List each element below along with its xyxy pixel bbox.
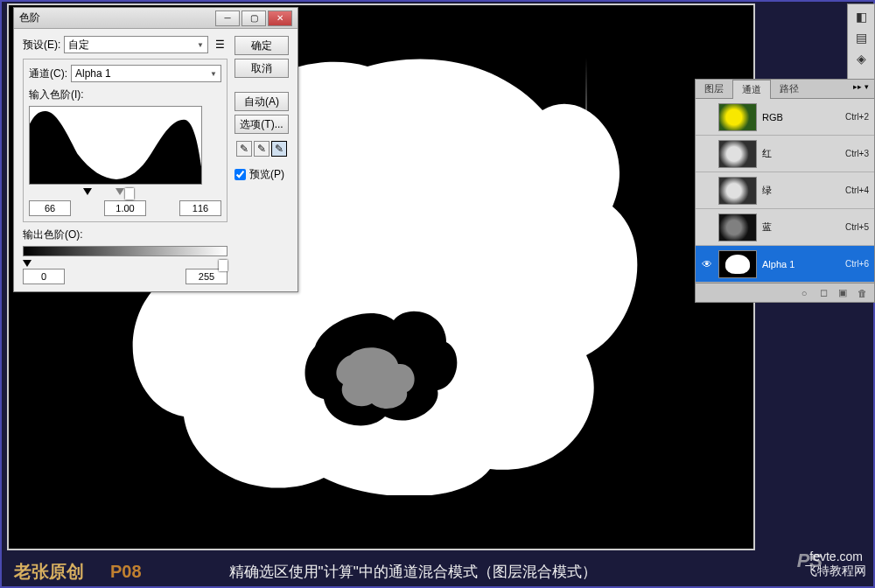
dialog-left-column: 预设(E): 自定 ☰ 通道(C): Alpha 1 输入色阶(I): [23,36,228,284]
channel-thumbnail [718,214,757,242]
channel-name: Alpha 1 [762,259,840,270]
close-button[interactable]: ✕ [268,10,292,26]
properties-icon[interactable]: ◈ [852,50,870,67]
white-point-handle[interactable] [125,188,134,200]
watermark-site: 飞特教程网 [805,564,866,579]
input-slider[interactable] [29,188,221,199]
channels-panel: 图层 通道 路径 ▸▸ ▾ RGB Ctrl+2 红 Ctrl+3 绿 Ctrl… [695,79,875,303]
dialog-titlebar[interactable]: 色阶 ─ ▢ ✕ [14,8,298,29]
right-dock-rail: ◧ ▤ ◈ [847,4,875,82]
visibility-toggle[interactable]: 👁 [701,258,713,270]
ok-button[interactable]: 确定 [234,36,289,55]
channel-row-blue[interactable]: 蓝 Ctrl+5 [696,209,874,246]
panel-tab-bar: 图层 通道 路径 ▸▸ ▾ [696,80,874,99]
input-gamma-field[interactable]: 1.00 [104,200,146,216]
channel-thumbnail [718,250,757,278]
caption-description: 精确选区使用"计算"中的通道混合模式（图层混合模式） [229,562,597,582]
channel-name: 蓝 [762,220,840,234]
channel-dropdown[interactable]: Alpha 1 [71,65,221,82]
preview-checkbox-input[interactable] [234,169,246,180]
histogram[interactable] [29,106,202,185]
eyedropper-group: ✎ ✎ ✎ [234,141,289,157]
channel-thumbnail [718,177,757,205]
channel-name: RGB [762,112,840,122]
input-levels-group: 通道(C): Alpha 1 输入色阶(I): 66 1.00 [23,59,228,222]
channel-thumbnail [718,103,757,131]
delete-channel-icon[interactable]: 🗑 [855,286,869,300]
eyedropper-white-icon[interactable]: ✎ [271,141,287,157]
new-channel-icon[interactable]: ▣ [836,286,850,300]
panel-footer: ○ ◻ ▣ 🗑 [696,283,874,302]
watermark-url: fevte.com [809,550,863,564]
channel-list: RGB Ctrl+2 红 Ctrl+3 绿 Ctrl+4 蓝 Ctrl+5 👁 … [696,99,874,283]
levels-dialog: 色阶 ─ ▢ ✕ 预设(E): 自定 ☰ 通道(C): Alpha 1 输入色阶… [13,7,298,292]
caption-author: 老张原创 [14,560,84,584]
black-point-handle[interactable] [83,188,92,200]
preview-checkbox[interactable]: 预览(P) [234,167,289,182]
preset-label: 预设(E): [23,38,60,52]
input-white-field[interactable]: 116 [179,200,221,216]
tab-channels[interactable]: 通道 [732,80,771,99]
dialog-right-column: 确定 取消 自动(A) 选项(T)... ✎ ✎ ✎ 预览(P) [234,36,289,284]
output-white-handle[interactable] [219,260,228,271]
panel-menu-icon[interactable]: ▸▸ ▾ [848,80,874,98]
dialog-body: 预设(E): 自定 ☰ 通道(C): Alpha 1 输入色阶(I): [14,29,298,291]
channel-shortcut: Ctrl+6 [845,259,869,269]
channel-label: 通道(C): [29,66,67,81]
maximize-button[interactable]: ▢ [242,10,266,26]
dialog-title: 色阶 [19,10,214,25]
preset-menu-icon[interactable]: ☰ [212,37,228,52]
history-icon[interactable]: ◧ [852,8,870,25]
tab-layers[interactable]: 图层 [696,80,732,98]
channel-shortcut: Ctrl+2 [845,112,869,122]
output-slider[interactable] [23,260,228,269]
channel-row-alpha1[interactable]: 👁 Alpha 1 Ctrl+6 [696,246,874,283]
channel-row-rgb[interactable]: RGB Ctrl+2 [696,99,874,136]
tab-paths[interactable]: 路径 [771,80,808,98]
caption-bar: 老张原创 P08 精确选区使用"计算"中的通道混合模式（图层混合模式） [0,555,875,588]
caption-page-number: P08 [110,562,142,582]
input-black-field[interactable]: 66 [29,200,71,216]
preset-dropdown[interactable]: 自定 [64,36,208,53]
channel-shortcut: Ctrl+5 [845,222,869,232]
channel-thumbnail [718,140,757,168]
input-levels-label: 输入色阶(I): [29,88,221,102]
channel-shortcut: Ctrl+3 [845,149,869,158]
gamma-handle[interactable] [116,188,124,200]
channel-name: 红 [762,147,840,160]
channel-shortcut: Ctrl+4 [845,186,869,195]
output-black-handle[interactable] [23,260,32,271]
output-levels-label: 输出色阶(O): [23,228,228,242]
minimize-button[interactable]: ─ [215,10,240,26]
auto-button[interactable]: 自动(A) [234,92,289,111]
actions-icon[interactable]: ▤ [852,29,870,46]
save-selection-icon[interactable]: ◻ [816,286,830,300]
options-button[interactable]: 选项(T)... [234,115,289,134]
channel-name: 绿 [762,184,840,197]
cancel-button[interactable]: 取消 [234,59,289,78]
output-gradient[interactable] [23,246,228,256]
eyedropper-gray-icon[interactable]: ✎ [254,141,270,157]
channel-row-green[interactable]: 绿 Ctrl+4 [696,172,874,209]
channel-row-red[interactable]: 红 Ctrl+3 [696,136,874,172]
load-selection-icon[interactable]: ○ [797,286,811,300]
eyedropper-black-icon[interactable]: ✎ [236,141,252,157]
